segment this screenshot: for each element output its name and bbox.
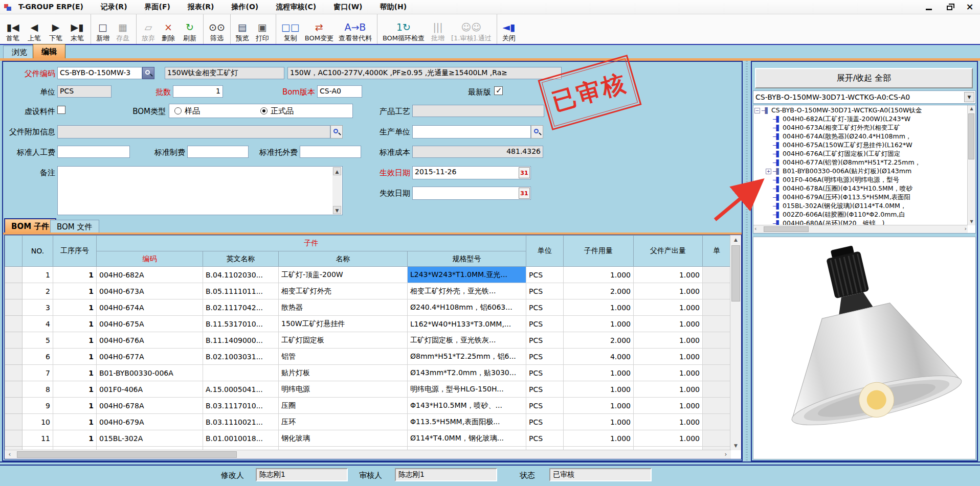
cell-no[interactable]: 11 <box>23 430 53 447</box>
menu-item[interactable]: 报表(R) <box>188 3 214 12</box>
menu-item[interactable]: T-GROUP ERP(E) <box>18 3 83 12</box>
cell-spec[interactable]: L162*W40*H133*T3.0MM,... <box>408 316 526 332</box>
cell-parent-qty[interactable]: 1.000 <box>634 430 703 447</box>
table-row[interactable]: 3 1 004H0-674A B.02.1117042... 散热器 Ø240.… <box>5 299 731 316</box>
tree-item[interactable]: ─▋ 004H0-675A(150W工矿灯悬挂件)(L162*W <box>754 141 966 150</box>
cell-name[interactable]: 压环 <box>279 414 408 430</box>
cell-seq[interactable]: 1 <box>53 299 97 316</box>
cell-seq[interactable]: 1 <box>53 398 97 414</box>
cell-en-name[interactable]: B.02.1003031... <box>203 349 279 365</box>
cell-qty[interactable]: 1.000 <box>564 398 634 414</box>
batch-input[interactable]: 1 <box>173 85 223 98</box>
latest-version-checkbox[interactable] <box>494 86 503 95</box>
cell-spec[interactable]: Ø143mm*T2.0mm，贴3030... <box>408 365 526 381</box>
tree-vertical-scrollbar[interactable]: ▲ ▼ <box>967 105 975 225</box>
production-unit-input[interactable] <box>412 125 531 138</box>
cell-no[interactable]: 5 <box>23 332 53 349</box>
bom-version-input[interactable]: CS-A0 <box>317 85 362 98</box>
cell-name[interactable]: 钢化玻璃 <box>279 430 408 447</box>
cell-spec[interactable]: 明纬电源，型号HLG-150H... <box>408 381 526 398</box>
panel-splitter[interactable] <box>743 61 751 461</box>
cell-qty[interactable]: 1.000 <box>564 365 634 381</box>
cell-unit[interactable]: PCS <box>526 316 564 332</box>
std-outsource-input[interactable] <box>300 146 361 158</box>
cell-parent-qty[interactable]: 1.000 <box>634 267 703 283</box>
cell-spec[interactable]: 相变工矿灯外壳，亚光铁... <box>408 283 526 299</box>
tree-item[interactable]: ─▋ 015BL-302A(钢化玻璃)(Ø114*T4.0MM， <box>754 202 966 211</box>
cell-unit[interactable]: PCS <box>526 283 564 299</box>
cell-unit[interactable]: PCS <box>526 332 564 349</box>
table-vertical-scrollbar[interactable]: ▲ ▼ <box>730 235 741 450</box>
effective-date-input[interactable]: 2015-11-26 <box>412 166 531 179</box>
toolbar-button[interactable]: ↻ 刷新 <box>179 14 201 44</box>
cell-spec[interactable]: Φ143*H10.5MM，喷砂、... <box>408 398 526 414</box>
toolbar-button[interactable]: ◄▮ 关闭 <box>497 14 518 44</box>
toolbar-button[interactable]: ▣ 打印 <box>252 14 273 44</box>
cell-unit[interactable]: PCS <box>526 299 564 316</box>
parent-extra-lookup-button[interactable] <box>330 125 343 138</box>
tree-expander[interactable]: + <box>766 169 771 174</box>
cell-unit[interactable]: PCS <box>526 414 564 430</box>
cell-en-name[interactable]: A.15.0005041... <box>203 381 279 398</box>
cell-unit[interactable]: PCS <box>526 398 564 414</box>
tab-edit[interactable]: 编辑 <box>33 44 65 59</box>
expire-date-calendar-button[interactable]: 31 <box>519 188 530 199</box>
cell-qty[interactable]: 1.000 <box>564 430 634 447</box>
cell-no[interactable]: 10 <box>23 414 53 430</box>
bom-type-official-radio[interactable] <box>260 107 268 114</box>
cell-en-name[interactable]: B.05.1111011... <box>203 283 279 299</box>
cell-name[interactable]: 散热器 <box>279 299 408 316</box>
tab-browse[interactable]: 浏览 <box>3 45 36 59</box>
cell-code[interactable]: B01-BYB00330-006A <box>97 365 203 381</box>
toolbar-button[interactable]: ▮◀ 首笔 <box>2 14 24 44</box>
std-labor-input[interactable] <box>57 146 130 158</box>
toolbar-button[interactable]: 1↻ BOM循环检查 <box>377 14 427 44</box>
tree-horizontal-scrollbar[interactable]: ‹ › <box>753 225 968 233</box>
cell-qty[interactable]: 1.000 <box>564 267 634 283</box>
cell-name[interactable]: 工矿灯-顶盖-200W <box>279 267 408 283</box>
cell-spec[interactable]: Φ113.5*H5MM,表面阳极... <box>408 414 526 430</box>
cell-code[interactable]: 004H0-679A <box>97 414 203 430</box>
cell-no[interactable]: 8 <box>23 381 53 398</box>
tree-item[interactable]: ─▋ 004H0-678A(压圈)(Φ143*H10.5MM，喷砂 <box>754 184 966 193</box>
phantom-checkbox[interactable] <box>57 106 65 114</box>
minimize-button[interactable] <box>924 2 934 12</box>
toolbar-button[interactable]: ⇄ BOM变更 <box>302 14 336 44</box>
cell-code[interactable]: 004H0-674A <box>97 299 203 316</box>
cell-seq[interactable]: 1 <box>53 349 97 365</box>
cell-en-name[interactable] <box>203 365 279 381</box>
cell-name[interactable]: 压圈 <box>279 398 408 414</box>
scrollbar-thumb[interactable] <box>968 113 974 159</box>
toolbar-button[interactable]: ⊙⊙ 筛选 <box>203 14 228 44</box>
cell-unit[interactable]: PCS <box>526 349 564 365</box>
cell-seq[interactable]: 1 <box>53 430 97 447</box>
toolbar-button[interactable]: ▤ 预览 <box>230 14 252 44</box>
cell-qty[interactable]: 1.000 <box>564 414 634 430</box>
scrollbar-thumb[interactable] <box>764 226 809 232</box>
restore-button[interactable] <box>944 2 954 12</box>
table-row[interactable]: 9 1 004H0-678A B.03.1117010... 压圈 Φ143*H… <box>5 398 731 414</box>
cell-en-name[interactable]: B.01.0010018... <box>203 430 279 447</box>
table-row[interactable]: 7 1 B01-BYB00330-006A 贴片灯板 Ø143mm*T2.0mm… <box>5 365 731 381</box>
menu-item[interactable]: 流程审核(C) <box>276 3 316 12</box>
expand-collapse-all-button[interactable]: 展开/收起 全部 <box>755 68 973 88</box>
production-unit-lookup-button[interactable] <box>531 125 543 138</box>
tree-item[interactable]: ─▋ 004H0-677A(铝管)(Ø8mm*H51*T2.25mm， <box>754 158 966 167</box>
cell-qty[interactable]: 1.000 <box>564 299 634 316</box>
toolbar-button[interactable]: ▶▮ 末笔 <box>66 14 88 44</box>
table-row[interactable]: 5 1 004H0-676A B.11.1409000... 工矿灯固定板 工矿… <box>5 332 731 349</box>
cell-qty[interactable]: 1.000 <box>564 381 634 398</box>
table-row[interactable]: 8 1 001F0-406A A.15.0005041... 明纬电源 明纬电源… <box>5 381 731 398</box>
toolbar-button[interactable]: ▱ 放弃 <box>136 14 158 44</box>
cell-code[interactable]: 004H0-675A <box>97 316 203 332</box>
close-button[interactable]: × <box>965 2 975 12</box>
menu-item[interactable]: 帮助(H) <box>380 3 407 12</box>
col-parent-qty[interactable]: 父件产出量 <box>634 236 703 267</box>
cell-code[interactable]: 004H0-682A <box>97 267 203 283</box>
cell-parent-qty[interactable]: 1.000 <box>634 349 703 365</box>
table-row[interactable]: 11 1 015BL-302A B.01.0010018... 钢化玻璃 Ø11… <box>5 430 731 447</box>
cell-parent-qty[interactable]: 1.000 <box>634 283 703 299</box>
cell-parent-qty[interactable]: 1.000 <box>634 365 703 381</box>
std-mfg-input[interactable] <box>187 146 249 158</box>
cell-seq[interactable]: 1 <box>53 381 97 398</box>
